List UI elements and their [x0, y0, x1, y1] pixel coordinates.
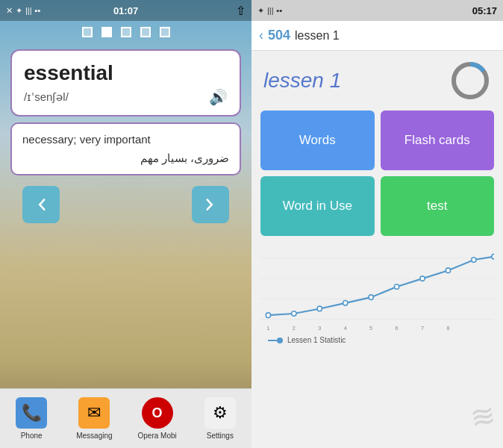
page-dot-1[interactable] [82, 27, 93, 37]
svg-point-14 [446, 268, 450, 273]
navigation-arrows [0, 175, 251, 234]
battery-icon: ▪▪ [35, 6, 41, 15]
svg-point-11 [369, 295, 373, 300]
svg-point-9 [317, 306, 322, 311]
opera-label: Opera Mobi [138, 432, 177, 440]
svg-text:3: 3 [318, 325, 321, 332]
settings-label: Settings [207, 432, 234, 440]
left-status-icons: ✕ ✦ ||| ▪▪ [6, 6, 40, 16]
page-dot-4[interactable] [140, 27, 151, 37]
chart-legend: Lessen 1 Statistic [260, 335, 494, 344]
svg-text:4: 4 [344, 325, 347, 332]
legend-dot [277, 337, 283, 343]
svg-point-13 [420, 276, 425, 281]
progress-donut [449, 60, 491, 102]
words-button[interactable]: Words [260, 111, 375, 170]
definition-persian: ضروری، بسیار مهم [22, 152, 229, 165]
svg-text:5: 5 [369, 325, 372, 332]
left-status-bar: ✕ ✦ ||| ▪▪ 01:07 ⇧ [0, 0, 251, 21]
word-phonetic: /ɪˈsenʃəl/ [24, 90, 69, 104]
page-dot-2[interactable] [101, 27, 112, 37]
prev-button[interactable] [22, 186, 60, 223]
lesson-hero: lessen 1 [251, 51, 503, 108]
definition-english: necessary; very important [22, 133, 229, 146]
phonetic-row: /ɪˈsenʃəl/ 🔊 [24, 88, 228, 106]
statistics-chart-area: 1 2 3 4 5 6 7 8 Lessen 1 Statistic [251, 236, 503, 448]
legend-label: Lessen 1 Statistic [287, 336, 346, 344]
lesson-grid-buttons: Words Flash cards Word in Use test [251, 111, 503, 236]
page-indicators [0, 21, 251, 43]
word-definition-card: necessary; very important ضروری، بسیار م… [10, 122, 241, 175]
app-number: 504 [268, 28, 290, 43]
right-status-icons: ⇧ [236, 4, 246, 18]
svg-text:7: 7 [421, 325, 424, 332]
statistics-chart: 1 2 3 4 5 6 7 8 [260, 242, 494, 332]
svg-point-15 [472, 258, 476, 263]
svg-text:6: 6 [396, 325, 399, 332]
messaging-icon: ✉ [78, 397, 110, 429]
right-time: 05:17 [472, 5, 497, 16]
word-in-use-label: Word in Use [283, 199, 352, 214]
svg-point-10 [343, 301, 348, 306]
bottom-messaging[interactable]: ✉ Messaging [72, 397, 116, 440]
next-button[interactable] [192, 186, 229, 223]
bottom-settings[interactable]: ⚙ Settings [198, 397, 243, 440]
settings-icon: ⚙ [204, 397, 236, 429]
word-card: essential /ɪˈsenʃəl/ 🔊 [10, 49, 241, 116]
right-panel: ✦ ||| ▪▪ 05:17 ‹ 504 lessen 1 lessen 1 W… [251, 0, 503, 448]
lesson-header-title: lessen 1 [295, 29, 340, 43]
svg-text:1: 1 [266, 325, 269, 332]
back-button[interactable]: ‹ [259, 28, 263, 43]
next-arrow-icon [200, 194, 221, 215]
lesson-title: lessen 1 [263, 69, 341, 93]
signal-icon: ||| [267, 6, 274, 15]
signal-icon: ||| [25, 6, 32, 15]
opera-icon: O [142, 397, 173, 429]
phone-icon: 📞 [16, 397, 47, 429]
svg-point-12 [394, 284, 399, 290]
left-time: 01:07 [113, 5, 138, 16]
bluetooth-icon: ✦ [16, 6, 22, 16]
svg-point-16 [492, 254, 494, 259]
left-panel: ✕ ✦ ||| ▪▪ 01:07 ⇧ essential /ɪˈsenʃəl/ … [0, 0, 251, 448]
bottom-opera[interactable]: O Opera Mobi [135, 397, 180, 440]
right-status-bar: ✦ ||| ▪▪ 05:17 [251, 0, 503, 21]
words-label: Words [299, 133, 336, 148]
flash-cards-label: Flash cards [404, 133, 470, 148]
bottom-bar: 📞 Phone ✉ Messaging O Opera Mobi ⚙ Setti… [0, 388, 251, 448]
close-icon: ✕ [6, 6, 13, 16]
svg-text:8: 8 [446, 325, 449, 332]
phone-label: Phone [21, 432, 43, 440]
page-dot-5[interactable] [160, 27, 170, 37]
flash-cards-button[interactable]: Flash cards [381, 111, 495, 170]
word-in-use-button[interactable]: Word in Use [260, 176, 375, 236]
notification-icon: ⇧ [236, 4, 246, 17]
battery-icon: ▪▪ [277, 6, 283, 15]
test-button[interactable]: test [381, 176, 495, 236]
sound-icon[interactable]: 🔊 [209, 88, 228, 106]
svg-point-8 [292, 311, 296, 317]
page-dot-3[interactable] [121, 27, 131, 37]
bottom-phone[interactable]: 📞 Phone [9, 397, 54, 440]
messaging-label: Messaging [76, 432, 112, 440]
svg-point-7 [266, 313, 270, 318]
wifi-icon: ✦ [257, 6, 264, 16]
right-status-left-icons: ✦ ||| ▪▪ [257, 6, 282, 16]
test-label: test [427, 199, 447, 214]
svg-text:2: 2 [293, 325, 296, 332]
right-header: ‹ 504 lessen 1 [251, 21, 503, 51]
prev-arrow-icon [31, 194, 51, 215]
word-title: essential [24, 61, 228, 85]
